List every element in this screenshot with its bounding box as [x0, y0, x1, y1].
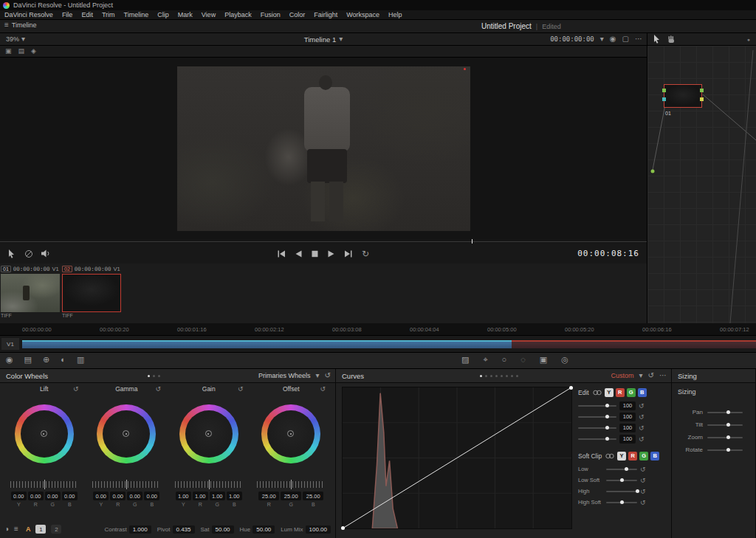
tab-timeline[interactable]: ≡ Timeline	[4, 21, 37, 29]
rotate-slider[interactable]	[707, 449, 743, 451]
edit-channel-r-button[interactable]: R	[616, 388, 625, 397]
g-intensity-slider[interactable]	[578, 427, 616, 429]
curves-reset-icon[interactable]: ↺	[648, 372, 654, 379]
wheel-view-icon[interactable]: ◑	[4, 525, 9, 533]
gamma-r-value[interactable]: 0.00	[110, 492, 126, 500]
zoom-slider[interactable]	[707, 437, 743, 438]
high-slider[interactable]	[606, 491, 637, 492]
b-intensity-slider[interactable]	[578, 438, 616, 440]
curve-point-low[interactable]	[341, 526, 345, 530]
lift-master-wheel[interactable]	[10, 481, 78, 488]
link-channels-icon[interactable]	[593, 390, 602, 396]
lift-reset-icon[interactable]: ↺	[73, 385, 79, 393]
wheels-page-1[interactable]: 1	[35, 525, 46, 534]
node-rgb-input-port[interactable]	[662, 89, 666, 92]
offset-r-value[interactable]: 25.00	[258, 492, 279, 500]
viewer-timeline-select[interactable]: Timeline 1 ▾	[304, 35, 343, 44]
node-options-icon[interactable]: ●	[747, 37, 750, 42]
softclip-channel-y-button[interactable]: Y	[617, 452, 626, 461]
color-viewer-icon[interactable]: ◉	[610, 35, 616, 43]
g-intensity-reset-icon[interactable]: ↺	[639, 424, 645, 432]
gain-r-value[interactable]: 1.00	[193, 492, 208, 500]
grab-still-icon[interactable]: ▣	[5, 48, 12, 55]
menu-help[interactable]: Help	[388, 11, 402, 18]
gamma-g-value[interactable]: 0.00	[127, 492, 142, 500]
sizing-mode-select[interactable]: Sizing	[678, 388, 696, 396]
curves-palette-icon[interactable]: ▨	[461, 356, 469, 364]
stills-tool-icon[interactable]: ▤	[24, 356, 32, 364]
low-soft-reset-icon[interactable]: ↺	[640, 477, 646, 484]
r-intensity-value[interactable]: 100	[619, 413, 636, 421]
gain-color-wheel[interactable]	[179, 404, 238, 463]
lum-mix-value[interactable]: 100.00	[306, 525, 331, 534]
tilt-slider[interactable]	[707, 424, 743, 426]
g-intensity-value[interactable]: 100	[619, 424, 636, 432]
timeline-ruler[interactable]: 00:00:00:00 00:00:00:20 00:00:01:16 00:0…	[0, 323, 756, 336]
stop-icon[interactable]	[312, 250, 318, 258]
edit-channel-g-button[interactable]: G	[627, 388, 636, 397]
offset-reset-icon[interactable]: ↺	[320, 385, 326, 393]
menu-davinci[interactable]: DaVinci Resolve	[4, 11, 53, 18]
gain-b-value[interactable]: 1.00	[227, 492, 242, 500]
curves-graph[interactable]	[342, 387, 572, 529]
bars-view-icon[interactable]: ≡	[14, 525, 18, 533]
pivot-value[interactable]: 0.435	[173, 525, 195, 534]
high-soft-reset-icon[interactable]: ↺	[640, 499, 646, 506]
low-slider[interactable]	[606, 469, 637, 470]
audio-mute-icon[interactable]	[41, 249, 51, 258]
menu-fusion[interactable]: Fusion	[261, 11, 281, 18]
expand-viewer-icon[interactable]: ▢	[622, 35, 629, 43]
node-key-input-port[interactable]	[662, 97, 666, 101]
highlight-tool-icon[interactable]: ◐	[61, 356, 66, 364]
color-wheels-tool-icon[interactable]: ◉	[6, 356, 13, 364]
wheels-reset-icon[interactable]: ↺	[325, 372, 331, 379]
contrast-value[interactable]: 1.000	[129, 525, 151, 534]
offset-wheel-center[interactable]	[287, 430, 294, 437]
track-v1-label[interactable]: V1	[1, 338, 19, 350]
hue-value[interactable]: 50.00	[252, 525, 275, 534]
low-soft-slider[interactable]	[606, 480, 637, 481]
clip-thumbnail-1[interactable]: 01 00:00:00:00 V1 TIFF	[1, 265, 60, 318]
video-preview[interactable]	[177, 66, 470, 231]
gain-g-value[interactable]: 1.00	[210, 492, 225, 500]
menu-trim[interactable]: Trim	[102, 11, 115, 18]
curves-mode-select[interactable]: Custom	[611, 372, 634, 379]
menu-fairlight[interactable]: Fairlight	[314, 11, 337, 18]
gain-reset-icon[interactable]: ↺	[238, 385, 244, 393]
enhanced-viewer-icon[interactable]: ◈	[31, 48, 36, 55]
clip1-thumbnail[interactable]	[1, 274, 60, 312]
menu-file[interactable]: File	[62, 11, 73, 18]
add-node-icon[interactable]: ⊕	[43, 356, 49, 364]
auto-balance-badge[interactable]: A	[26, 525, 31, 533]
menu-playback[interactable]: Playback	[224, 11, 252, 18]
wheels-mode-select[interactable]: Primaries Wheels	[258, 372, 311, 379]
pan-hand-icon[interactable]	[667, 35, 676, 44]
menu-edit[interactable]: Edit	[81, 11, 93, 18]
menu-clip[interactable]: Clip	[157, 11, 169, 18]
loop-icon[interactable]: ↻	[362, 249, 369, 258]
viewer-options-icon[interactable]: ⋯	[635, 35, 642, 43]
image-wipe-icon[interactable]: ▤	[18, 48, 25, 55]
y-intensity-reset-icon[interactable]: ↺	[639, 402, 645, 410]
lift-y-value[interactable]: 0.00	[11, 492, 27, 500]
edit-channel-y-button[interactable]: Y	[605, 388, 614, 397]
bypass-grades-icon[interactable]	[24, 249, 33, 258]
menu-workspace[interactable]: Workspace	[346, 11, 379, 18]
node-graph[interactable]: 01	[647, 46, 756, 323]
key-palette-icon[interactable]: ▣	[540, 356, 547, 364]
curve-point-high[interactable]	[569, 386, 573, 390]
r-intensity-reset-icon[interactable]: ↺	[639, 413, 645, 421]
window-palette-icon[interactable]: ○	[502, 356, 507, 364]
lift-r-value[interactable]: 0.00	[28, 492, 44, 500]
gamma-reset-icon[interactable]: ↺	[155, 385, 161, 393]
softclip-channel-g-button[interactable]: G	[639, 452, 648, 461]
gamma-b-value[interactable]: 0.00	[144, 492, 159, 500]
softclip-channel-r-button[interactable]: R	[628, 452, 637, 461]
offset-g-value[interactable]: 25.00	[281, 492, 301, 500]
lift-b-value[interactable]: 0.00	[62, 492, 78, 500]
clip-thumbnail-2[interactable]: 02 00:00:00:00 V1 TIFF	[62, 265, 121, 318]
lift-wheel-center[interactable]	[41, 430, 47, 437]
b-intensity-value[interactable]: 100	[619, 435, 636, 444]
saturation-value[interactable]: 50.00	[212, 525, 234, 534]
gamma-master-wheel[interactable]	[92, 481, 160, 488]
